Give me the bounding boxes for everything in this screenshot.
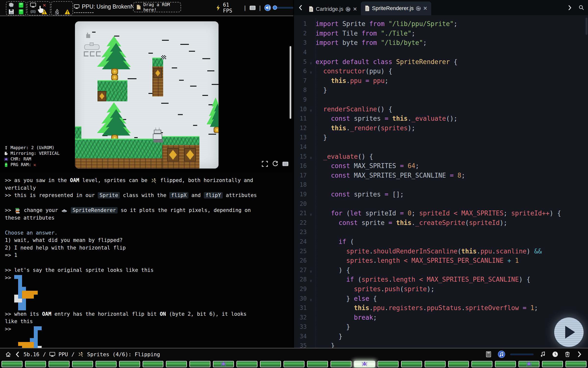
console-line: >> this is represented in our Sprite cla… <box>5 192 288 199</box>
note-button[interactable] <box>540 351 546 357</box>
close-tab-icon[interactable]: ✕ <box>353 6 357 12</box>
trash-button[interactable] <box>564 351 570 357</box>
volume-icon[interactable] <box>264 4 271 11</box>
nes-game-screen[interactable] <box>75 21 219 169</box>
list-icon[interactable] <box>282 161 289 167</box>
fold-marker[interactable]: ∨ <box>307 68 315 75</box>
progress-segment[interactable] <box>189 361 210 367</box>
progress-segment[interactable] <box>495 361 516 367</box>
progress-segment[interactable] <box>166 361 187 367</box>
calculator-button[interactable] <box>486 351 491 357</box>
fold-marker <box>307 259 315 262</box>
code-line: 10∨ renderScanline() { <box>294 104 588 114</box>
glitch-dash <box>208 134 216 135</box>
progress-segment[interactable] <box>119 361 140 367</box>
tutorial-console[interactable]: >> as you saw in the OAM level, sprites … <box>0 173 293 348</box>
line-number: 18 <box>294 181 307 188</box>
code-text: ) { <box>315 266 350 274</box>
progress-segment[interactable] <box>518 361 539 367</box>
console-line: these attributes <box>5 214 288 222</box>
console-text: >> <box>5 326 14 332</box>
component-slot-cpu[interactable] <box>6 1 26 15</box>
editor-tab-cartridge-js[interactable]: Cartridge.js✕ <box>305 3 361 15</box>
line-number: 27 <box>294 267 307 274</box>
editor-forward-chevron[interactable] <box>568 5 572 10</box>
course-progress-bar[interactable] <box>0 360 588 368</box>
progress-segment[interactable] <box>425 361 446 367</box>
music-volume-slider[interactable] <box>510 354 534 355</box>
progress-segment[interactable] <box>565 361 587 367</box>
log-list-icon[interactable] <box>249 5 256 10</box>
fold-marker[interactable]: ∨ <box>307 267 315 274</box>
console-text: (byte 2, bit 6), it looks <box>166 311 246 317</box>
fold-marker[interactable]: ∨ <box>307 58 315 65</box>
sync-icon[interactable] <box>345 7 351 12</box>
microscope-icon[interactable] <box>54 9 60 15</box>
volume-slider[interactable] <box>274 7 293 9</box>
component-slot-apu[interactable] <box>51 1 73 15</box>
fullscreen-icon[interactable] <box>262 161 268 167</box>
progress-segment[interactable] <box>49 361 70 367</box>
fold-marker[interactable]: ∨ <box>307 276 315 283</box>
fold-marker[interactable]: ∨ <box>307 153 315 160</box>
fold-marker[interactable]: ∨ <box>307 210 315 217</box>
editor-back-chevron[interactable] <box>298 5 302 10</box>
history-button[interactable] <box>552 351 558 357</box>
console-scrollbar[interactable] <box>290 46 291 119</box>
progress-segment-current[interactable] <box>354 361 375 367</box>
progress-segment[interactable] <box>72 361 93 367</box>
progress-segment[interactable] <box>307 361 328 367</box>
code-area[interactable]: 1import Sprite from "/lib/ppu/Sprite";2i… <box>294 15 588 348</box>
trunk-gear <box>111 74 118 80</box>
progress-segment[interactable] <box>542 361 563 367</box>
progress-segment[interactable] <box>1 361 23 367</box>
code-text: import Sprite from "/lib/ppu/Sprite"; <box>315 20 457 27</box>
editor-scrollbar[interactable] <box>586 18 588 35</box>
editor-tab-spriterenderer-js[interactable]: SpriteRenderer.js✕ <box>361 1 431 15</box>
glitch-dash <box>178 114 183 115</box>
volume-slider-thumb[interactable] <box>273 5 277 10</box>
progress-segment[interactable] <box>401 361 422 367</box>
breadcrumb-text: Sprites (4/6): Flipping <box>87 351 160 357</box>
progress-segment[interactable] <box>25 361 46 367</box>
sync-icon[interactable] <box>416 6 421 11</box>
code-text: constructor(ppu) { <box>315 67 392 75</box>
console-text: like this <box>5 318 33 324</box>
progress-segment[interactable] <box>378 361 399 367</box>
progress-segment[interactable] <box>96 361 117 367</box>
gamepad-icon[interactable] <box>30 9 36 15</box>
console-line: 1) wait, what did you mean by flipped? <box>5 237 288 244</box>
progress-segment[interactable] <box>448 361 469 367</box>
code-line: 11 const sprites = this._evaluate(); <box>294 114 588 123</box>
rom-drop-zone[interactable]: Drag a ROM here! <box>133 2 181 12</box>
expand-button[interactable] <box>577 351 583 357</box>
search-icon[interactable] <box>579 5 584 10</box>
progress-segment[interactable] <box>143 361 164 367</box>
glitch-dash <box>179 80 184 81</box>
run-code-button[interactable] <box>554 317 584 347</box>
progress-segment[interactable] <box>283 361 305 367</box>
progress-segment[interactable] <box>471 361 492 367</box>
progress-segment[interactable] <box>213 361 234 367</box>
brain-icon[interactable] <box>8 2 14 8</box>
progress-segment[interactable] <box>260 361 281 367</box>
code-line: 32 break; <box>294 313 588 322</box>
progress-segment[interactable] <box>331 361 352 367</box>
console-line: Choose an answer. <box>5 229 288 237</box>
fold-marker[interactable]: ∨ <box>307 106 315 113</box>
fold-marker[interactable]: ∨ <box>307 295 315 302</box>
reload-icon[interactable] <box>272 161 278 167</box>
line-number: 32 <box>294 314 307 321</box>
memory-icon[interactable] <box>8 9 14 15</box>
home-button[interactable] <box>5 352 11 357</box>
close-tab-icon[interactable]: ✕ <box>423 5 427 11</box>
monitor-icon[interactable] <box>30 2 36 8</box>
fold-marker <box>307 316 315 319</box>
line-number: 16 <box>294 162 307 169</box>
fold-marker <box>307 231 315 233</box>
line-number: 22 <box>294 219 307 226</box>
music-button[interactable] <box>498 351 505 358</box>
progress-segment[interactable] <box>236 361 257 367</box>
code-line: 6∨ constructor(ppu) { <box>294 66 588 76</box>
back-button[interactable] <box>14 352 20 357</box>
